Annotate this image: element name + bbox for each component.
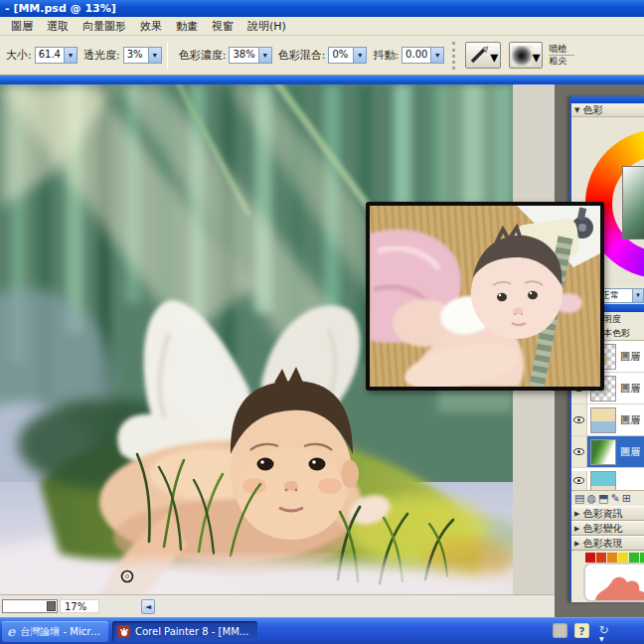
dab-preview-button[interactable]: ▾: [509, 42, 543, 69]
color-swatch[interactable]: [618, 553, 628, 563]
size-input[interactable]: 61.4 ▾: [35, 47, 78, 64]
document-window-edge: [0, 76, 644, 84]
menu-select[interactable]: 選取: [40, 17, 76, 36]
layer-command-bar: ▤ ◍ ⬒ ✎ ⊞: [571, 490, 644, 506]
corel-painter-icon: [117, 625, 130, 638]
menu-help[interactable]: 說明(H): [241, 17, 293, 36]
taskbar-button-browser[interactable]: e 台灣論壇 - Microsoft ...: [2, 621, 108, 642]
toolbar-divider: [167, 43, 168, 69]
workspace: 17% ◄ ▼ 色彩 ♟ 正常 ▾: [0, 84, 644, 617]
brush-icon: [468, 46, 490, 66]
layer-row-selected[interactable]: 圖層: [571, 436, 644, 468]
colors-panel-header[interactable]: ▼ 色彩: [571, 103, 644, 117]
menu-bar: 圖層 選取 向量圖形 效果 動畫 視窗 說明(H): [0, 17, 644, 36]
document-status-bar: 17% ◄: [0, 594, 555, 617]
jitter-input[interactable]: 0.00 ▾: [402, 47, 444, 64]
menu-shapes[interactable]: 向量圖形: [76, 17, 133, 36]
dab-preview-icon: [512, 46, 532, 66]
horizontal-scrollbar[interactable]: [2, 599, 58, 613]
layer-row[interactable]: 圖層: [571, 404, 644, 436]
collapse-triangle-icon: ▼: [574, 106, 579, 114]
brush-variant: 粗尖: [549, 56, 574, 67]
reference-photo[interactable]: [366, 202, 604, 391]
brush-selector-button[interactable]: ▾: [465, 42, 501, 69]
resat-label: 色彩濃度:: [179, 48, 227, 63]
colors-panel-title: 色彩: [582, 103, 602, 117]
layer-thumbnail: [590, 439, 616, 465]
layer-command-icon[interactable]: ◍: [586, 492, 596, 506]
resat-input[interactable]: 38% ▾: [229, 47, 271, 64]
jitter-dropdown-icon[interactable]: ▾: [430, 48, 443, 63]
taskbar: e 台灣論壇 - Microsoft ... Corel Painter 8 -…: [0, 617, 644, 644]
jitter-field: 抖動: 0.00 ▾: [373, 47, 444, 64]
layer-row[interactable]: [571, 468, 644, 490]
layer-thumbnail: [590, 407, 616, 433]
color-swatch[interactable]: [585, 553, 595, 563]
opacity-label: 透光度:: [83, 48, 120, 63]
color-variability-section[interactable]: ▶ 色彩變化: [571, 521, 644, 536]
layer-visibility-icon[interactable]: [573, 416, 584, 423]
bleed-label: 色彩混合:: [278, 48, 326, 63]
saturation-value-picker[interactable]: [623, 167, 644, 239]
tray-icon-help[interactable]: ?: [574, 623, 589, 638]
size-field: 大小: 61.4 ▾: [6, 47, 78, 64]
menu-movie[interactable]: 動畫: [169, 17, 205, 36]
size-dropdown-icon[interactable]: ▾: [64, 48, 77, 63]
scroll-left-icon: ◄: [145, 602, 151, 611]
scroll-left-button[interactable]: ◄: [141, 599, 155, 614]
window-title: - [MM.psd @ 13%]: [5, 2, 116, 15]
reference-photo-image: [370, 206, 600, 387]
property-bar: 大小: 61.4 ▾ 透光度: 3% ▾ 色彩濃度: 38% ▾ 色彩混合: 0…: [0, 36, 644, 76]
color-swatch[interactable]: [640, 553, 644, 563]
resat-field: 色彩濃度: 38% ▾: [179, 47, 272, 64]
color-info-section[interactable]: ▶ 色彩資訊: [571, 506, 644, 521]
color-swatch[interactable]: [629, 553, 639, 563]
opacity-dropdown-icon[interactable]: ▾: [148, 48, 161, 63]
bleed-input[interactable]: 0% ▾: [328, 47, 367, 64]
layer-command-icon[interactable]: ✎: [610, 492, 619, 506]
jitter-label: 抖動:: [373, 48, 399, 63]
layer-command-icon[interactable]: ⬒: [598, 492, 608, 506]
title-bar: - [MM.psd @ 13%]: [0, 0, 644, 17]
opacity-input[interactable]: 3% ▾: [123, 47, 162, 64]
bleed-dropdown-icon[interactable]: ▾: [353, 48, 366, 63]
scrollbar-thumb[interactable]: [47, 601, 56, 611]
color-expression-section[interactable]: ▶ 色彩表現: [571, 536, 644, 551]
tray-chevron-icon[interactable]: ▼: [599, 635, 604, 642]
opacity-field: 透光度: 3% ▾: [83, 47, 162, 64]
menu-effects[interactable]: 效果: [133, 17, 169, 36]
layer-command-icon[interactable]: ⊞: [622, 492, 631, 506]
color-swatch[interactable]: [607, 553, 617, 563]
preview-panel: [583, 563, 644, 602]
bleed-field: 色彩混合: 0% ▾: [278, 47, 368, 64]
brush-category: 噴槍: [549, 44, 574, 56]
menu-layers[interactable]: 圖層: [4, 17, 40, 36]
internet-explorer-icon: e: [7, 624, 15, 639]
layer-thumbnail: [590, 471, 616, 490]
size-label: 大小:: [6, 48, 32, 63]
expand-triangle-icon: ▶: [574, 510, 579, 518]
brush-dropdown-icon[interactable]: ▾: [490, 48, 498, 63]
expand-triangle-icon: ▶: [574, 525, 579, 533]
resat-dropdown-icon[interactable]: ▾: [258, 48, 271, 63]
layer-command-icon[interactable]: ▤: [574, 492, 584, 506]
brush-name: 噴槍 粗尖: [549, 44, 574, 67]
dab-dropdown-icon[interactable]: ▾: [532, 48, 540, 63]
zoom-level-field[interactable]: 17%: [60, 599, 99, 613]
expand-triangle-icon: ▶: [574, 540, 579, 548]
layer-visibility-icon[interactable]: [573, 448, 584, 455]
color-set-swatches: [571, 551, 644, 563]
toolbar-grip[interactable]: [452, 42, 457, 70]
screen: - [MM.psd @ 13%] 圖層 選取 向量圖形 效果 動畫 視窗 說明(…: [0, 0, 644, 644]
preview-blob: [585, 564, 644, 602]
blend-mode-select[interactable]: 正常 ▾: [597, 288, 644, 303]
blend-mode-dropdown-icon[interactable]: ▾: [632, 289, 643, 302]
tray-icon-device[interactable]: [553, 623, 567, 638]
taskbar-button-painter[interactable]: Corel Painter 8 - [MM...: [112, 621, 257, 642]
menu-window[interactable]: 視窗: [205, 17, 241, 36]
color-swatch[interactable]: [596, 553, 606, 563]
layer-visibility-icon[interactable]: [573, 477, 584, 484]
